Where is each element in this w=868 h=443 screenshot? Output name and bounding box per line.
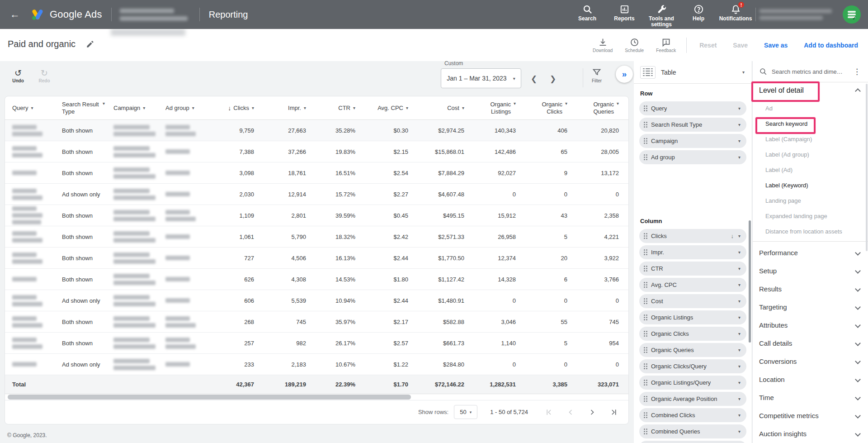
chip-organic-clicks[interactable]: Organic Clicks▾: [639, 327, 746, 341]
chevron-up-icon[interactable]: [855, 88, 861, 94]
chip-campaign[interactable]: Campaign▾: [639, 134, 746, 148]
drag-handle-icon[interactable]: [644, 298, 647, 304]
metric-item-label-campaign-[interactable]: Label (Campaign): [765, 136, 812, 143]
edit-title-icon[interactable]: [86, 40, 94, 48]
column-header-ctr[interactable]: CTR▾: [306, 105, 355, 111]
download-button[interactable]: Download: [587, 38, 618, 53]
drag-handle-icon[interactable]: [644, 412, 647, 418]
column-header-organic-queries[interactable]: Organic Queries▾: [567, 101, 619, 115]
topbar-nav-reports[interactable]: Reports: [608, 0, 641, 22]
chip-query[interactable]: Query▾: [639, 101, 746, 115]
chip-organic-listings[interactable]: Organic Listings▾: [639, 310, 746, 324]
level-of-detail-header[interactable]: Level of detail: [759, 86, 804, 95]
metric-section-conversions[interactable]: Conversions: [753, 353, 868, 369]
schedule-button[interactable]: Schedule: [618, 38, 650, 53]
metric-section-call-details[interactable]: Call details: [753, 335, 868, 351]
config-scrollbar-thumb[interactable]: [749, 220, 751, 343]
topbar-nav-notifications[interactable]: Notifications!: [719, 0, 752, 22]
chip-organic-clicks-query[interactable]: Organic Clicks/Query▾: [639, 359, 746, 373]
metrics-search-box[interactable]: Search metrics and dime… ⋮: [753, 61, 868, 82]
table-row[interactable]: Both shown9,75927,66335.28%$0.30$2,974.2…: [5, 120, 628, 141]
table-row[interactable]: Both shown1,1092,80139.59%$0.45$495.1515…: [5, 205, 628, 226]
table-row[interactable]: Both shown7274,50616.13%$2.44$1,770.5012…: [5, 248, 628, 269]
chip-clicks[interactable]: Clicks↓▾: [639, 229, 746, 243]
topbar-nav-search[interactable]: Search: [571, 0, 604, 22]
chip-organic-queries[interactable]: Organic Queries▾: [639, 343, 746, 357]
column-header-search-result-type[interactable]: Search Result Type▾: [62, 101, 113, 115]
metric-section-auction-insights[interactable]: Auction insights: [753, 425, 868, 442]
metric-item-label-keyword-[interactable]: Label (Keyword): [765, 182, 808, 189]
table-row[interactable]: Both shown3,09818,76116.51%$2.54$7,884.2…: [5, 162, 628, 184]
drag-handle-icon[interactable]: [644, 249, 647, 255]
metric-section-results[interactable]: Results: [753, 281, 868, 297]
drag-handle-icon[interactable]: [644, 233, 647, 239]
kebab-menu-icon[interactable]: ⋮: [852, 67, 862, 76]
previous-period-button[interactable]: ❮: [527, 72, 541, 86]
metric-item-distance-from-location-assets[interactable]: Distance from location assets: [765, 228, 842, 235]
chip-combined-clicks-query[interactable]: Combined Clicks/Query▾: [639, 441, 746, 443]
metric-section-time[interactable]: Time: [753, 389, 868, 405]
back-arrow-icon[interactable]: ←: [10, 9, 21, 20]
column-header-impr-[interactable]: Impr.▾: [254, 105, 306, 111]
drag-handle-icon[interactable]: [644, 347, 647, 353]
chip-combined-clicks[interactable]: Combined Clicks▾: [639, 408, 746, 422]
metric-item-search-keyword[interactable]: Search keyword: [765, 120, 807, 127]
date-range-picker[interactable]: Jan 1 – Mar 31, 2023 ▾: [441, 68, 521, 88]
table-row[interactable]: Ad shown only2,03012,91415.72%$2.27$4,60…: [5, 184, 628, 205]
chip-combined-queries[interactable]: Combined Queries▾: [639, 424, 746, 438]
column-header-cost[interactable]: Cost▾: [408, 105, 464, 111]
metrics-scrollbar-thumb[interactable]: [866, 84, 868, 251]
account-selector-redacted[interactable]: [120, 5, 191, 24]
drag-handle-icon[interactable]: [644, 331, 647, 337]
metric-item-landing-page[interactable]: Landing page: [765, 197, 801, 204]
drag-handle-icon[interactable]: [644, 396, 647, 402]
metric-section-setup[interactable]: Setup: [753, 262, 868, 279]
save-as-button[interactable]: Save as: [756, 42, 796, 49]
drag-handle-icon[interactable]: [644, 105, 647, 111]
metric-item-label-ad-[interactable]: Label (Ad): [765, 167, 793, 173]
undo-button[interactable]: ↺ Undo: [8, 69, 28, 83]
metric-section-targeting[interactable]: Targeting: [753, 299, 868, 315]
column-header-ad-group[interactable]: Ad group▾: [165, 105, 218, 111]
next-period-button[interactable]: ❯: [546, 72, 560, 86]
page-size-select[interactable]: 50 ▾: [454, 405, 477, 419]
metric-section-attributes[interactable]: Attributes: [753, 317, 868, 333]
chip-cost[interactable]: Cost▾: [639, 294, 746, 308]
table-row[interactable]: Both shown25798226.17%$2.57$661.731,1405…: [5, 333, 628, 354]
redo-button[interactable]: ↻ Redo: [34, 69, 54, 83]
column-header-campaign[interactable]: Campaign▾: [113, 105, 165, 111]
collapse-panel-button[interactable]: »: [616, 66, 633, 83]
drag-handle-icon[interactable]: [644, 138, 647, 144]
chip-ad-group[interactable]: Ad group▾: [639, 150, 746, 164]
filter-button[interactable]: Filter: [587, 67, 606, 83]
metric-item-expanded-landing-page[interactable]: Expanded landing page: [765, 213, 827, 219]
feedback-button[interactable]: Feedback: [650, 38, 682, 53]
drag-handle-icon[interactable]: [644, 266, 647, 272]
drag-handle-icon[interactable]: [644, 314, 647, 320]
last-page-button[interactable]: [609, 407, 619, 418]
metric-section-performance[interactable]: Performance: [753, 244, 868, 261]
drag-handle-icon[interactable]: [644, 282, 647, 288]
drag-handle-icon[interactable]: [644, 363, 647, 369]
table-row[interactable]: Both shown7,38837,26619.83%$2.15$15,868.…: [5, 141, 628, 162]
metric-section-location[interactable]: Location: [753, 371, 868, 387]
column-header-query[interactable]: Query▾: [12, 105, 62, 111]
previous-page-button[interactable]: [565, 407, 576, 418]
save-button[interactable]: Save: [725, 42, 756, 49]
next-page-button[interactable]: [587, 407, 598, 418]
drag-handle-icon[interactable]: [644, 380, 647, 386]
table-row[interactable]: Both shown26874535.97%$2.17$582.883,0465…: [5, 311, 628, 333]
metric-item-ad[interactable]: Ad: [765, 105, 773, 112]
drag-handle-icon[interactable]: [644, 429, 647, 434]
drag-handle-icon[interactable]: [644, 122, 647, 128]
topbar-nav-tools[interactable]: Tools and settings: [645, 0, 678, 28]
visualization-select[interactable]: Table ▾: [634, 61, 752, 84]
chip-search-result-type[interactable]: Search Result Type▾: [639, 118, 746, 132]
column-header-clicks[interactable]: ↓Clicks▾: [218, 105, 254, 112]
column-header-organic-listings[interactable]: Organic Listings▾: [464, 101, 516, 115]
table-row[interactable]: Both shown6264,30814.53%$1.80$1,127.4214…: [5, 269, 628, 290]
chip-ctr[interactable]: CTR▾: [639, 262, 746, 276]
column-header-avg-cpc[interactable]: Avg. CPC▾: [355, 105, 408, 111]
column-header-organic-clicks[interactable]: Organic Clicks▾: [516, 101, 567, 115]
metric-item-label-ad-group-[interactable]: Label (Ad group): [765, 151, 809, 158]
